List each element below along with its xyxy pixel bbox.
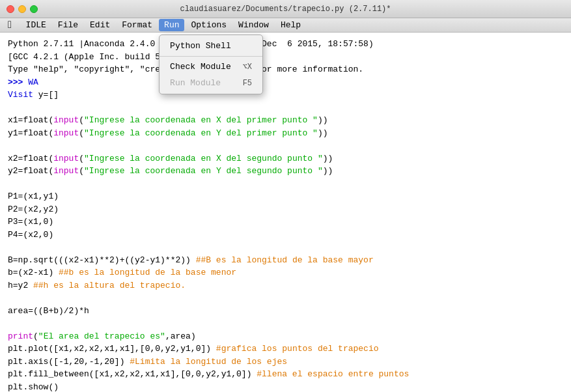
python-shell-item[interactable]: Python Shell [160,38,262,54]
blank-2 [8,139,563,152]
y1-line: y1=float(input("Ingrese la coordenada en… [8,127,563,140]
plot-line: plt.plot([x1,x2,x2,x1,x1],[0,0,y2,y1,0])… [8,343,563,356]
p3-line: P3=(x1,0) [8,216,563,229]
h-line: h=y2 ##h es la altura del trapecio. [8,279,563,292]
minimize-button[interactable] [18,5,26,13]
menu-file[interactable]: File [53,19,83,31]
dropdown-separator [160,56,262,57]
menu-edit[interactable]: Edit [85,19,115,31]
menu-window[interactable]: Window [233,19,274,31]
menu-options[interactable]: Options [186,19,232,31]
visit-line: Visit y=[] [8,89,563,102]
print-line: print("El area del trapecio es",area) [8,330,563,343]
menu-idle[interactable]: IDLE [21,19,51,31]
menu-run[interactable]: Run [159,19,184,31]
shell-prompt-line: >>> WA [8,76,563,89]
blank-5 [8,292,563,305]
b-line: B=np.sqrt(((x2-x1)**2)+((y2-y1)**2)) ##B… [8,254,563,267]
menu-format[interactable]: Format [117,19,158,31]
menubar:  IDLE File Edit Format Run Python Shell… [0,18,571,33]
run-module-item: Run Module F5 [160,75,262,91]
p1-line: P1=(x1,y1) [8,190,563,203]
sys-line-2: [GCC 4.2.1 (Apple Inc. build 5577)] on d… [8,51,563,64]
maximize-button[interactable] [30,5,38,13]
python-shell-label: Python Shell [170,41,231,51]
check-module-label: Check Module [170,62,231,72]
titlebar: claudiasuarez/Documents/trapecio.py (2.7… [0,0,571,18]
blank-4 [8,241,563,254]
y2-line: y2=float(input("Ingrese la coordenada en… [8,165,563,178]
apple-menu[interactable]:  [3,20,20,31]
b-lower-line: b=(x2-x1) ##b es la longitud de la base … [8,266,563,279]
show-line: plt.show() [8,381,563,393]
run-dropdown: Python Shell Check Module ⌥X Run Module … [159,35,263,94]
run-module-shortcut: F5 [243,79,252,88]
fill-line: plt.fill_between([x1,x2,x2,x1,x1],[0,0,y… [8,368,563,381]
p4-line: P4=(x2,0) [8,229,563,242]
x1-line: x1=float(input("Ingrese la coordenada en… [8,114,563,127]
area-line: area=((B+b)/2)*h [8,305,563,318]
check-module-shortcut: ⌥X [243,62,252,72]
run-module-label: Run Module [170,78,221,88]
p2-line: P2=(x2,y2) [8,203,563,216]
axis-line: plt.axis([-1,20,-1,20]) #Limita la longi… [8,356,563,369]
code-editor[interactable]: Python 2.7.11 |Anaconda 2.4.0 (x86_64)| … [0,33,571,392]
menu-help[interactable]: Help [275,19,306,31]
sys-line-3: Type "help", "copyright", "credits" or "… [8,63,563,76]
check-module-item[interactable]: Check Module ⌥X [160,59,262,75]
run-menu-container: Run Python Shell Check Module ⌥X Run Mod… [159,20,184,30]
window-title: claudiasuarez/Documents/trapecio.py (2.7… [180,5,391,14]
close-button[interactable] [7,5,14,13]
x2-line: x2=float(input("Ingrese la coordenada en… [8,152,563,165]
traffic-lights [7,5,38,13]
blank-1 [8,102,563,115]
sys-line-1: Python 2.7.11 |Anaconda 2.4.0 (x86_64)| … [8,38,563,51]
blank-6 [8,317,563,330]
blank-3 [8,178,563,191]
